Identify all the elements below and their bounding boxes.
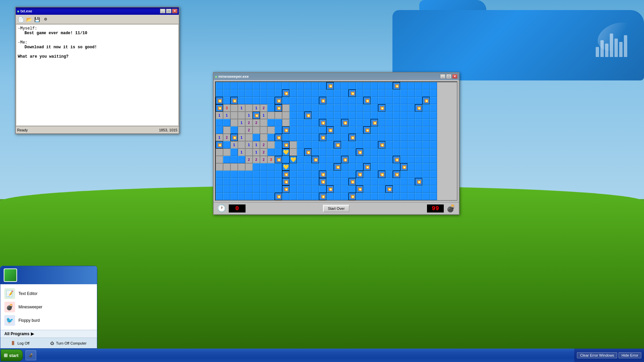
ms-cell[interactable]: 💥 bbox=[348, 193, 356, 200]
ms-cell[interactable] bbox=[415, 112, 422, 119]
ms-cell[interactable] bbox=[319, 141, 326, 148]
ms-cell[interactable]: 💥 bbox=[230, 97, 238, 104]
ms-cell[interactable] bbox=[363, 119, 371, 126]
ms-cell[interactable] bbox=[326, 193, 334, 200]
ms-cell[interactable] bbox=[230, 126, 238, 134]
ms-cell[interactable] bbox=[348, 148, 356, 156]
ms-cell[interactable] bbox=[356, 141, 363, 148]
ms-cell[interactable] bbox=[223, 82, 230, 89]
ms-cell[interactable] bbox=[238, 156, 245, 163]
ms-cell[interactable] bbox=[216, 89, 223, 97]
ms-cell[interactable] bbox=[415, 89, 422, 97]
ms-cell[interactable] bbox=[223, 148, 230, 156]
ms-cell[interactable] bbox=[289, 126, 297, 134]
ms-cell[interactable] bbox=[356, 112, 363, 119]
ms-cell[interactable] bbox=[415, 82, 422, 89]
ms-cell[interactable] bbox=[267, 134, 275, 141]
ms-cell[interactable] bbox=[282, 82, 289, 89]
ms-cell[interactable]: 💥 bbox=[363, 97, 371, 104]
ms-cell[interactable] bbox=[230, 163, 238, 171]
ms-cell[interactable] bbox=[363, 134, 371, 141]
ms-cell[interactable] bbox=[385, 193, 393, 200]
ms-cell[interactable]: 💥 bbox=[393, 156, 400, 163]
open-file-button[interactable]: 📂 bbox=[25, 16, 33, 23]
ms-cell[interactable] bbox=[267, 97, 275, 104]
ms-cell[interactable] bbox=[334, 119, 341, 126]
ms-cell[interactable] bbox=[289, 193, 297, 200]
ms-cell[interactable] bbox=[223, 126, 230, 134]
ms-cell[interactable] bbox=[282, 134, 289, 141]
ms-cell[interactable] bbox=[363, 112, 371, 119]
ms-cell[interactable] bbox=[371, 163, 378, 171]
ms-cell[interactable] bbox=[393, 119, 400, 126]
ms-cell[interactable] bbox=[230, 193, 238, 200]
ms-cell[interactable] bbox=[341, 141, 348, 148]
ms-cell[interactable] bbox=[371, 126, 378, 134]
ms-cell[interactable] bbox=[393, 185, 400, 193]
ms-cell[interactable] bbox=[319, 104, 326, 112]
ms-cell[interactable]: 💥 bbox=[216, 141, 223, 148]
ms-cell[interactable] bbox=[385, 112, 393, 119]
ms-cell[interactable] bbox=[334, 171, 341, 178]
ms-cell[interactable] bbox=[275, 141, 282, 148]
ms-cell[interactable] bbox=[289, 82, 297, 89]
ms-cell[interactable]: 💛 bbox=[282, 163, 289, 171]
ms-cell[interactable] bbox=[312, 97, 319, 104]
ms-cell[interactable] bbox=[422, 185, 430, 193]
ms-cell[interactable] bbox=[371, 193, 378, 200]
ms-cell[interactable] bbox=[260, 97, 267, 104]
ms-cell[interactable] bbox=[408, 193, 415, 200]
ms-cell[interactable]: 2 bbox=[253, 119, 260, 126]
ms-cell[interactable] bbox=[289, 134, 297, 141]
ms-cell[interactable]: 💥 bbox=[319, 171, 326, 178]
ms-cell[interactable] bbox=[363, 89, 371, 97]
ms-cell[interactable] bbox=[400, 185, 408, 193]
ms-close-button[interactable]: ✕ bbox=[452, 74, 458, 79]
ms-cell[interactable] bbox=[216, 148, 223, 156]
ms-cell[interactable] bbox=[341, 97, 348, 104]
ms-cell[interactable] bbox=[400, 112, 408, 119]
ms-cell[interactable] bbox=[363, 156, 371, 163]
ms-cell[interactable] bbox=[348, 141, 356, 148]
ms-cell[interactable] bbox=[341, 104, 348, 112]
ms-cell[interactable] bbox=[297, 178, 304, 185]
ms-cell[interactable]: 💥 bbox=[319, 97, 326, 104]
ms-cell[interactable] bbox=[422, 148, 430, 156]
ms-cell[interactable] bbox=[253, 178, 260, 185]
ms-cell[interactable] bbox=[393, 97, 400, 104]
ms-cell[interactable] bbox=[408, 163, 415, 171]
ms-cell[interactable] bbox=[408, 178, 415, 185]
ms-cell[interactable] bbox=[289, 97, 297, 104]
ms-cell[interactable]: 💥 bbox=[275, 134, 282, 141]
ms-cell[interactable] bbox=[400, 119, 408, 126]
ms-cell[interactable] bbox=[400, 82, 408, 89]
ms-cell[interactable] bbox=[260, 134, 267, 141]
ms-cell[interactable] bbox=[326, 134, 334, 141]
ms-cell[interactable] bbox=[245, 97, 253, 104]
start-menu-item-floppy-burd[interactable]: 🐦 Floppy burd bbox=[0, 314, 97, 327]
ms-cell[interactable] bbox=[326, 119, 334, 126]
ms-cell[interactable] bbox=[422, 163, 430, 171]
ms-cell[interactable]: 2 bbox=[260, 148, 267, 156]
ms-cell[interactable] bbox=[216, 185, 223, 193]
ms-cell[interactable]: 💥 bbox=[356, 185, 363, 193]
ms-cell[interactable] bbox=[230, 148, 238, 156]
ms-cell[interactable] bbox=[430, 134, 437, 141]
ms-cell[interactable]: 💥 bbox=[356, 148, 363, 156]
ms-cell[interactable] bbox=[326, 163, 334, 171]
ms-cell[interactable] bbox=[408, 148, 415, 156]
ms-cell[interactable] bbox=[393, 134, 400, 141]
ms-cell[interactable] bbox=[253, 171, 260, 178]
ms-cell[interactable]: 2 bbox=[260, 141, 267, 148]
new-file-button[interactable]: 📄 bbox=[17, 16, 24, 23]
ms-cell[interactable] bbox=[371, 134, 378, 141]
ms-cell[interactable] bbox=[363, 185, 371, 193]
ms-cell[interactable] bbox=[385, 171, 393, 178]
ms-cell[interactable]: 1 bbox=[230, 141, 238, 148]
ms-cell[interactable] bbox=[341, 134, 348, 141]
ms-cell[interactable] bbox=[223, 185, 230, 193]
ms-cell[interactable] bbox=[348, 82, 356, 89]
ms-cell[interactable] bbox=[297, 89, 304, 97]
ms-cell[interactable]: 💥 bbox=[356, 171, 363, 178]
ms-cell[interactable]: 💛 bbox=[282, 148, 289, 156]
